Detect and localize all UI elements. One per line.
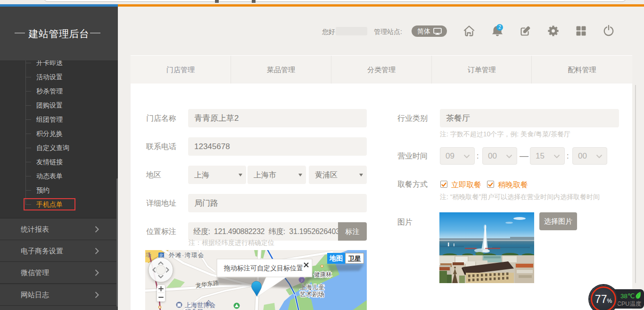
svg-text:北: 北 <box>159 253 164 258</box>
svg-text:外滩·湾環会: 外滩·湾環会 <box>169 252 205 259</box>
svg-text:艺术剧场: 艺术剧场 <box>300 291 324 298</box>
svg-text:会: 会 <box>206 299 212 306</box>
svg-text:纪念展: 纪念展 <box>185 308 203 310</box>
svg-text:拖动标注可自定义目标位置: 拖动标注可自定义目标位置 <box>223 264 303 272</box>
svg-text:场: 场 <box>145 251 151 258</box>
svg-text:健康林: 健康林 <box>314 271 332 278</box>
